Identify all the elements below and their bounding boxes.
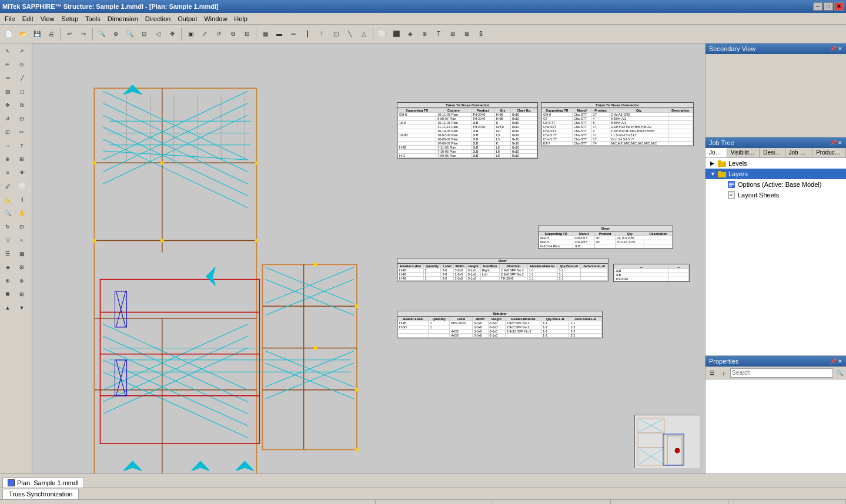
secondary-view-pin[interactable]: 📌	[830, 46, 837, 52]
lt-scale[interactable]: ⊡	[1, 126, 14, 139]
zoom-prev-button[interactable]: ◁	[152, 28, 165, 41]
menu-direction[interactable]: Direction	[142, 14, 174, 23]
lt-c6[interactable]: ⊞	[15, 288, 28, 301]
tool-btn-2[interactable]: ⬛	[390, 28, 403, 41]
menu-help[interactable]: Help	[230, 14, 251, 23]
minimize-button[interactable]: ─	[813, 2, 822, 11]
tree-item-options[interactable]: Options (Active: Base Model)	[705, 179, 846, 190]
open-button[interactable]: 📂	[16, 28, 29, 41]
zoom-out-button[interactable]: 🔍	[123, 28, 136, 41]
tool-btn-7[interactable]: ⊠	[460, 28, 473, 41]
print-button[interactable]: 🖨	[45, 28, 58, 41]
tab-design[interactable]: Design	[760, 148, 785, 157]
beam-button[interactable]: ═	[287, 28, 300, 41]
lt-move[interactable]: ✥	[1, 99, 14, 112]
tree-item-layout[interactable]: Layout Sheets	[705, 190, 846, 200]
lt-view[interactable]: 👁	[15, 166, 28, 179]
menu-output[interactable]: Output	[174, 14, 200, 23]
lt-text[interactable]: T	[15, 139, 28, 152]
mirror-button[interactable]: ⊟	[240, 28, 253, 41]
lt-dim[interactable]: ↔	[1, 139, 14, 152]
tool-btn-8[interactable]: $	[474, 28, 487, 41]
support-button[interactable]: △	[357, 28, 370, 41]
secondary-view-close[interactable]: ✕	[838, 46, 842, 52]
tab-visibility[interactable]: Visibility...	[727, 148, 760, 157]
lt-snap[interactable]: ⊕	[1, 153, 14, 166]
lt-line[interactable]: ╱	[15, 72, 28, 85]
menu-file[interactable]: File	[1, 14, 19, 23]
lt-zoom-pan[interactable]: 🔍	[1, 207, 14, 220]
lt-rotate[interactable]: ↺	[1, 112, 14, 125]
tool-btn-6[interactable]: ⊞	[446, 28, 459, 41]
lt-c3[interactable]: ⊗	[1, 274, 14, 287]
lt-select[interactable]: ↖	[1, 45, 14, 58]
tool-btn-3[interactable]: ◈	[404, 28, 417, 41]
tab-producti[interactable]: Producti...	[812, 148, 846, 157]
lt-measure[interactable]: 📐	[1, 193, 14, 206]
job-tree-pin[interactable]: 📌	[830, 140, 837, 146]
lt-nav-up[interactable]: ▲	[1, 301, 14, 314]
tool-btn-1[interactable]: ⬜	[376, 28, 389, 41]
menu-window[interactable]: Window	[200, 14, 230, 23]
lt-plate[interactable]: ▤	[1, 85, 14, 98]
lt-eraser[interactable]: ⬜	[15, 180, 28, 193]
new-button[interactable]: 📄	[2, 28, 15, 41]
wall-button[interactable]: ▬	[273, 28, 286, 41]
lt-node[interactable]: ⊙	[15, 58, 28, 71]
lt-shape[interactable]: ◻	[15, 85, 28, 98]
copy-button[interactable]: ⧉	[226, 28, 239, 41]
lt-filter[interactable]: ▽	[1, 234, 14, 247]
tree-item-levels[interactable]: ▶ Levels	[705, 158, 846, 169]
lt-refresh[interactable]: ↻	[1, 220, 14, 233]
undo-button[interactable]: ↩	[63, 28, 76, 41]
hanger-button[interactable]: ⊤	[315, 28, 328, 41]
column-button[interactable]: ┃	[301, 28, 314, 41]
tree-item-layers[interactable]: ▼ Layers	[705, 169, 846, 179]
pan-button[interactable]: ✥	[166, 28, 179, 41]
lt-member[interactable]: ━	[1, 72, 14, 85]
lt-trim[interactable]: ✂	[15, 126, 28, 139]
lt-copy[interactable]: ⧉	[15, 99, 28, 112]
zoom-window-button[interactable]: ⊕	[109, 28, 122, 41]
lt-info[interactable]: ℹ	[15, 193, 28, 206]
lt-nav-down[interactable]: ▼	[15, 301, 28, 314]
lt-c2[interactable]: ⊠	[15, 261, 28, 274]
plate-button[interactable]: ◫	[329, 28, 342, 41]
sync-tab-item[interactable]: Truss Synchronization	[2, 489, 79, 499]
move-button[interactable]: ⤢	[198, 28, 211, 41]
lt-sort[interactable]: ≈	[15, 234, 28, 247]
props-list-btn[interactable]: ☰	[707, 368, 717, 378]
canvas-area[interactable]: Truss To Truss Connector Supporting TRCo…	[32, 43, 705, 473]
lt-c4[interactable]: ⊕	[15, 274, 28, 287]
props-search-btn[interactable]: 🔍	[834, 368, 845, 378]
lt-hand[interactable]: ✋	[15, 207, 28, 220]
tool-btn-5[interactable]: T	[432, 28, 445, 41]
restore-button[interactable]: □	[824, 2, 833, 11]
brace-button[interactable]: ╲	[343, 28, 356, 41]
lt-table[interactable]: ▦	[15, 247, 28, 260]
tool-btn-4[interactable]: ⊗	[418, 28, 431, 41]
truss-button[interactable]: ▦	[259, 28, 272, 41]
lt-search[interactable]: ⊟	[15, 220, 28, 233]
lt-c5[interactable]: ≣	[1, 288, 14, 301]
menu-setup[interactable]: Setup	[58, 14, 82, 23]
menu-tools[interactable]: Tools	[82, 14, 104, 23]
menu-edit[interactable]: Edit	[19, 14, 37, 23]
lt-layer[interactable]: ≡	[1, 166, 14, 179]
lt-grid[interactable]: ⊞	[15, 153, 28, 166]
lt-pen[interactable]: 🖊	[1, 180, 14, 193]
zoom-fit-button[interactable]: ⊡	[138, 28, 151, 41]
select-button[interactable]: ▣	[184, 28, 197, 41]
zoom-in-button[interactable]: 🔍	[95, 28, 108, 41]
properties-close[interactable]: ✕	[838, 358, 842, 364]
tab-plan-sample[interactable]: Plan: Sample 1.mmdl	[2, 478, 84, 488]
redo-button[interactable]: ↪	[77, 28, 90, 41]
save-button[interactable]: 💾	[31, 28, 44, 41]
lt-c1[interactable]: ◈	[1, 261, 14, 274]
lt-edit[interactable]: ✏	[1, 58, 14, 71]
lt-mirror[interactable]: ⊟	[15, 112, 28, 125]
tab-job-r[interactable]: Job R...	[785, 148, 813, 157]
menu-view[interactable]: View	[37, 14, 58, 23]
menu-dimension[interactable]: Dimension	[104, 14, 142, 23]
props-sort-btn[interactable]: ↕	[718, 368, 729, 378]
